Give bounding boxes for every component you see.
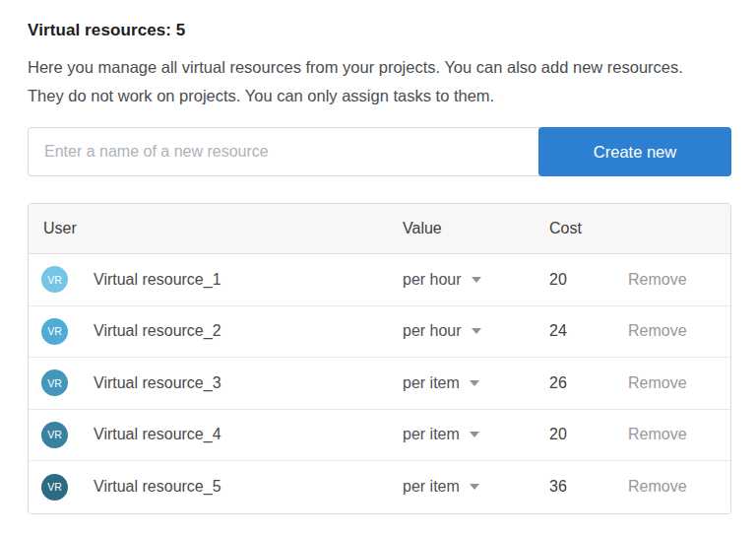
value-unit-label: per hour: [403, 271, 462, 289]
table-row: VR Virtual resource_3 per item 26 Remove: [29, 358, 730, 410]
page-title: Virtual resources: 5: [28, 21, 731, 40]
value-unit-label: per item: [403, 426, 460, 443]
resource-avatar: VR: [41, 422, 68, 448]
table-header-row: User Value Cost: [29, 204, 730, 254]
resource-avatar: VR: [41, 266, 68, 293]
resource-name: Virtual resource_2: [94, 322, 221, 340]
chevron-down-icon: [470, 484, 479, 490]
value-unit-label: per hour: [403, 322, 462, 340]
chevron-down-icon: [472, 277, 481, 283]
column-header-user: User: [29, 220, 403, 237]
resource-avatar: VR: [41, 474, 68, 501]
table-row: VR Virtual resource_5 per item 36 Remove: [29, 461, 730, 513]
create-new-button[interactable]: Create new: [538, 127, 731, 176]
remove-button[interactable]: Remove: [628, 322, 687, 340]
value-unit-dropdown[interactable]: per hour: [403, 322, 481, 340]
value-unit-dropdown[interactable]: per item: [403, 374, 479, 392]
resource-avatar: VR: [41, 318, 68, 345]
page-description: Here you manage all virtual resources fr…: [28, 53, 717, 110]
value-unit-dropdown[interactable]: per item: [403, 478, 479, 496]
cost-value: 26: [549, 374, 567, 391]
column-header-value: Value: [403, 220, 549, 237]
create-resource-row: Create new: [28, 127, 731, 176]
resources-table: User Value Cost VR Virtual resource_1 pe…: [28, 203, 731, 514]
cost-value: 36: [549, 478, 567, 495]
cost-value: 24: [549, 322, 567, 339]
table-row: VR Virtual resource_2 per hour 24 Remove: [29, 306, 730, 359]
chevron-down-icon: [470, 432, 479, 437]
resource-avatar: VR: [41, 369, 68, 396]
chevron-down-icon: [472, 328, 481, 334]
cost-value: 20: [549, 271, 567, 288]
remove-button[interactable]: Remove: [628, 374, 687, 392]
remove-button[interactable]: Remove: [628, 478, 687, 496]
value-unit-dropdown[interactable]: per item: [403, 426, 479, 443]
new-resource-name-input[interactable]: [28, 127, 540, 176]
resource-name: Virtual resource_3: [94, 374, 221, 392]
remove-button[interactable]: Remove: [628, 271, 687, 289]
remove-button[interactable]: Remove: [628, 426, 687, 443]
value-unit-label: per item: [403, 374, 460, 392]
resource-name: Virtual resource_1: [94, 271, 221, 289]
cost-value: 20: [549, 426, 567, 442]
resource-name: Virtual resource_5: [94, 478, 221, 496]
column-header-cost: Cost: [549, 220, 628, 237]
value-unit-dropdown[interactable]: per hour: [403, 271, 481, 289]
table-row: VR Virtual resource_4 per item 20 Remove: [29, 410, 730, 462]
chevron-down-icon: [470, 380, 479, 386]
value-unit-label: per item: [403, 478, 460, 496]
resource-name: Virtual resource_4: [94, 426, 221, 443]
table-row: VR Virtual resource_1 per hour 20 Remove: [29, 254, 730, 306]
virtual-resources-page: Virtual resources: 5 Here you manage all…: [0, 0, 756, 514]
